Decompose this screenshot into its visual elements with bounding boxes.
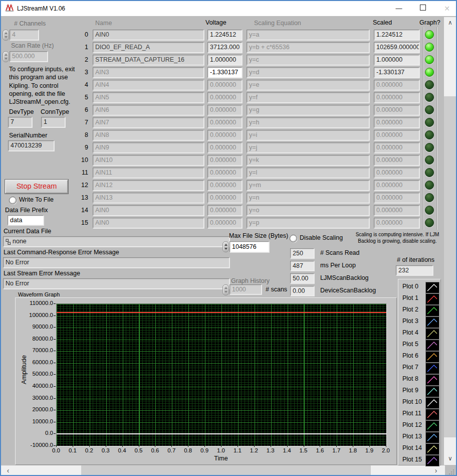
resize-grip[interactable] <box>448 469 454 475</box>
graph-led[interactable] <box>425 155 434 165</box>
vertical-scrollbar[interactable]: ∧ ∨ <box>444 17 456 465</box>
channel-name-field[interactable]: AIN5 <box>93 92 204 103</box>
scaling-equation-field[interactable]: y=f <box>247 92 369 103</box>
channel-name-field[interactable]: AIN10 <box>93 155 204 166</box>
legend-sample-box[interactable] <box>425 351 439 363</box>
vertical-scrollbar-thumb[interactable] <box>444 96 456 437</box>
scaling-equation-field[interactable]: y=m <box>247 180 369 191</box>
legend-plot-label[interactable]: Plot 1 <box>402 294 418 301</box>
disable-scaling-radio[interactable] <box>290 235 297 242</box>
legend-sample-box[interactable] <box>425 316 439 328</box>
channel-name-field[interactable]: AIN0 <box>93 30 204 40</box>
legend-sample-box[interactable] <box>425 455 439 466</box>
legend-plot-label[interactable]: Plot 15 <box>402 456 422 463</box>
scaling-equation-field[interactable]: y=o <box>247 205 369 216</box>
graph-led[interactable] <box>425 143 434 152</box>
channel-name-field[interactable]: AIN0 <box>93 205 204 216</box>
legend-plot-label[interactable]: Plot 12 <box>402 421 422 428</box>
scroll-right-icon[interactable]: › <box>431 466 441 474</box>
graph-led[interactable] <box>425 168 434 177</box>
legend-sample-box[interactable] <box>425 386 439 397</box>
legend-sample-box[interactable] <box>425 374 439 386</box>
scaling-equation-field[interactable]: y=d <box>247 67 369 78</box>
conntype-field[interactable]: 1 <box>41 117 65 127</box>
horizontal-scrollbar-thumb[interactable] <box>81 465 371 475</box>
channel-name-field[interactable]: AIN3 <box>93 67 204 78</box>
graph-led[interactable] <box>425 93 434 102</box>
graph-led[interactable] <box>425 68 434 77</box>
channel-name-field[interactable]: AIN6 <box>93 105 204 115</box>
graph-led[interactable] <box>425 193 434 202</box>
max-file-size-spinner[interactable] <box>222 241 229 252</box>
legend-sample-box[interactable] <box>425 420 439 432</box>
channel-name-field[interactable]: AIN12 <box>93 180 204 191</box>
channel-name-field[interactable]: AIN8 <box>93 130 204 140</box>
legend-plot-label[interactable]: Plot 0 <box>402 283 418 290</box>
channel-name-field[interactable]: AIN7 <box>93 117 204 128</box>
scaling-equation-field[interactable]: y=n <box>247 193 369 203</box>
scaling-equation-field[interactable]: y=l <box>247 168 369 178</box>
legend-plot-label[interactable]: Plot 5 <box>402 341 418 348</box>
legend-plot-label[interactable]: Plot 14 <box>402 444 422 451</box>
graph-led[interactable] <box>425 43 434 52</box>
legend-plot-label[interactable]: Plot 2 <box>402 306 418 313</box>
legend-sample-box[interactable] <box>425 409 439 420</box>
channel-name-field[interactable]: STREAM_DATA_CAPTURE_16 <box>93 55 204 65</box>
scaling-equation-field[interactable]: y=h <box>247 117 369 128</box>
scaling-equation-field[interactable]: y=b + c*65536 <box>247 42 369 53</box>
graph-led[interactable] <box>425 130 434 139</box>
minimize-button[interactable]: — <box>391 3 407 14</box>
max-file-size-input[interactable]: 1048576 <box>230 241 269 252</box>
legend-sample-box[interactable] <box>425 443 439 455</box>
write-to-file-radio[interactable] <box>9 197 17 204</box>
graph-led[interactable] <box>425 80 434 89</box>
graph-led[interactable] <box>425 206 434 215</box>
legend-sample-box[interactable] <box>425 305 439 316</box>
scaling-equation-field[interactable]: y=i <box>247 130 369 140</box>
devtype-field[interactable]: 7 <box>8 117 32 127</box>
scaling-equation-field[interactable]: y=k <box>247 155 369 166</box>
channel-name-field[interactable]: AIN13 <box>93 193 204 203</box>
scaling-equation-field[interactable]: y=j <box>247 142 369 153</box>
scaling-equation-field[interactable]: y=p <box>247 218 369 228</box>
horizontal-scrollbar[interactable]: ‹ › <box>1 465 445 475</box>
graph-led[interactable] <box>425 30 434 39</box>
channel-name-field[interactable]: DIO0_EF_READ_A <box>93 42 204 53</box>
channel-name-field[interactable]: AIN0 <box>93 218 204 228</box>
serial-number-field[interactable]: 470013239 <box>8 140 54 151</box>
channel-name-field[interactable]: AIN4 <box>93 80 204 90</box>
graph-led[interactable] <box>425 55 434 64</box>
scaling-equation-field[interactable]: y=g <box>247 105 369 115</box>
legend-plot-label[interactable]: Plot 6 <box>402 352 418 359</box>
scroll-left-icon[interactable]: ‹ <box>3 466 13 474</box>
graph-led[interactable] <box>425 181 434 190</box>
graph-led[interactable] <box>425 105 434 114</box>
legend-sample-box[interactable] <box>425 293 439 305</box>
scaling-equation-field[interactable]: y=a <box>247 30 369 40</box>
data-file-prefix-input[interactable]: data <box>8 215 44 225</box>
scaling-equation-field[interactable]: y=c <box>247 55 369 65</box>
legend-plot-label[interactable]: Plot 11 <box>402 410 421 417</box>
graph-led[interactable] <box>425 118 434 127</box>
legend-plot-label[interactable]: Plot 3 <box>402 318 418 325</box>
maximize-button[interactable] <box>415 3 431 14</box>
stop-stream-button[interactable]: Stop Stream <box>5 180 68 194</box>
legend-sample-box[interactable] <box>425 397 439 409</box>
legend-plot-label[interactable]: Plot 9 <box>402 387 418 394</box>
legend-sample-box[interactable] <box>425 282 439 293</box>
channel-name-field[interactable]: AIN11 <box>93 168 204 178</box>
current-data-file-field[interactable]: none <box>3 236 230 247</box>
legend-plot-label[interactable]: Plot 4 <box>402 329 418 336</box>
channel-name-field[interactable]: AIN9 <box>93 142 204 153</box>
scroll-down-icon[interactable]: ∨ <box>444 455 456 462</box>
legend-sample-box[interactable] <box>425 340 439 351</box>
legend-plot-label[interactable]: Plot 8 <box>402 375 418 382</box>
legend-plot-label[interactable]: Plot 7 <box>402 364 418 371</box>
close-button[interactable]: ✕ <box>439 3 455 14</box>
scaling-equation-field[interactable]: y=e <box>247 80 369 90</box>
legend-plot-label[interactable]: Plot 10 <box>402 398 422 405</box>
legend-sample-box[interactable] <box>425 363 439 374</box>
graph-led[interactable] <box>425 218 434 227</box>
scroll-up-icon[interactable]: ∧ <box>444 19 456 26</box>
legend-plot-label[interactable]: Plot 13 <box>402 433 422 440</box>
